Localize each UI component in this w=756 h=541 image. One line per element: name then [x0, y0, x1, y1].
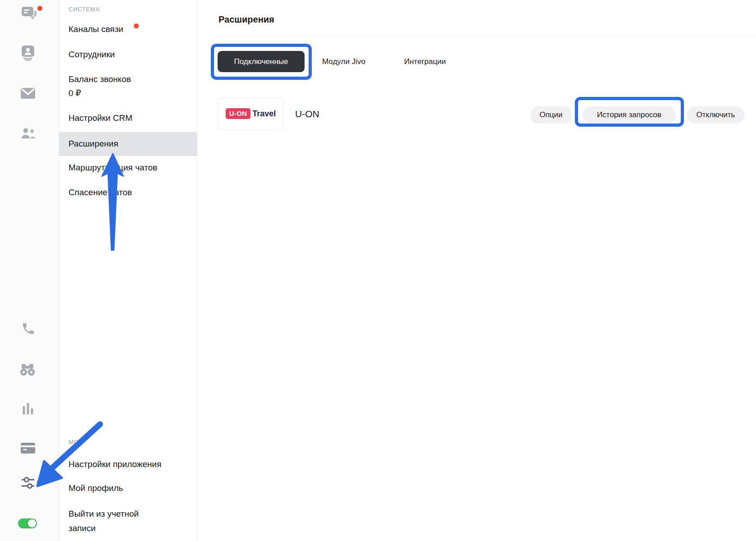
sidebar-item-call-balance[interactable]: Баланс звонков [68, 74, 131, 84]
online-status-toggle[interactable] [18, 518, 37, 528]
uon-logo-text: Travel [252, 109, 276, 119]
icon-rail [0, 0, 59, 541]
extension-name: U-ON [295, 109, 319, 119]
mail-icon[interactable] [21, 88, 35, 99]
tab-connected[interactable]: Подключенные [218, 51, 305, 72]
tab-jivo-modules[interactable]: Модули Jivo [322, 57, 365, 66]
sidebar-item-channels[interactable]: Каналы связи [68, 24, 123, 34]
uon-logo-badge: U-ON [226, 108, 251, 119]
contacts-icon[interactable] [21, 46, 36, 62]
stats-icon[interactable] [22, 402, 34, 415]
page-title: Расширения [219, 14, 274, 25]
binoculars-icon[interactable] [20, 363, 35, 376]
uon-travel-logo: U-ON Travel [218, 97, 284, 130]
options-button[interactable]: Опции [530, 106, 572, 124]
sidebar-item-chat-rescue[interactable]: Спасение чатов [68, 188, 132, 197]
phone-icon[interactable] [21, 321, 36, 336]
sidebar-item-chat-routing[interactable]: Маршрутизация чатов [68, 163, 157, 173]
sidebar-item-my-profile[interactable]: Мой профиль [68, 483, 123, 493]
sidebar-section-my: МОЙ [68, 439, 83, 445]
disable-button[interactable]: Отключить [687, 106, 744, 124]
sidebar-item-extensions[interactable]: Расширения [68, 139, 118, 149]
sidebar-item-employees[interactable]: Сотрудники [68, 50, 115, 60]
payments-icon[interactable] [21, 443, 35, 454]
settings-icon[interactable] [21, 475, 35, 491]
app-window: СИСТЕМА Каналы связи Сотрудники Баланс з… [0, 0, 756, 541]
team-icon[interactable] [21, 128, 36, 139]
sidebar-item-app-settings[interactable]: Настройки приложения [68, 459, 161, 469]
sidebar-item-crm-settings[interactable]: Настройки CRM [68, 113, 132, 123]
sidebar-section-system: СИСТЕМА [68, 6, 100, 13]
tab-integrations[interactable]: Интеграции [404, 57, 446, 66]
request-history-button[interactable]: История запросов [583, 106, 676, 124]
chat-notification-dot [37, 6, 42, 11]
call-balance-value: 0 ₽ [68, 88, 81, 98]
settings-sidebar: СИСТЕМА Каналы связи Сотрудники Баланс з… [59, 0, 197, 541]
sidebar-item-logout[interactable]: Выйти из учетной записи [68, 507, 154, 536]
channels-notification-dot [134, 23, 139, 28]
chat-icon[interactable] [21, 6, 37, 22]
toggle-knob [28, 519, 36, 527]
title-divider [219, 36, 756, 37]
